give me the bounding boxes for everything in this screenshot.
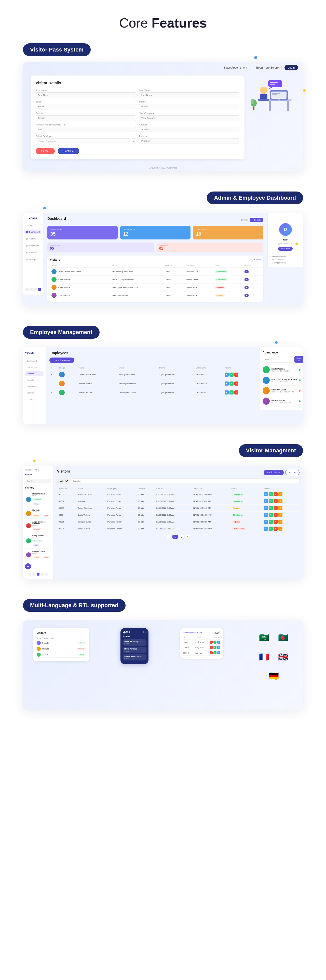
rtl-view-btn[interactable]: 👁 xyxy=(217,646,220,649)
sidebar-item-reports[interactable]: Reports xyxy=(24,250,41,255)
print-btn[interactable]: ⎙ xyxy=(279,520,282,524)
page-2-btn[interactable]: 2 xyxy=(179,535,184,539)
continue-button[interactable]: Continue xyxy=(58,148,79,154)
rtl-view-btn[interactable]: 👁 xyxy=(217,651,220,654)
nav-dot[interactable] xyxy=(29,573,31,576)
export-btn[interactable]: Export xyxy=(285,470,299,475)
print-btn[interactable]: ⎙ xyxy=(279,499,282,503)
add-employee-btn[interactable]: + Add Employee xyxy=(49,358,74,363)
nav-icon-4[interactable] xyxy=(38,288,41,291)
delete-btn[interactable]: ✕ xyxy=(274,506,278,510)
address-input[interactable] xyxy=(139,127,239,132)
view-btn[interactable]: 👁 xyxy=(264,527,268,531)
filter-select[interactable]: All xyxy=(57,479,69,484)
edit-btn[interactable]: ✎ xyxy=(269,492,273,496)
first-name-input[interactable] xyxy=(36,92,136,98)
employee-select[interactable]: Select Employee xyxy=(36,138,136,144)
view-btn[interactable]: ● xyxy=(225,372,229,377)
sidebar-item-visitors[interactable]: Visitors xyxy=(24,236,41,241)
rtl-edit-btn[interactable]: ✎ xyxy=(214,641,217,644)
edit-btn[interactable]: ✎ xyxy=(269,513,273,517)
nav-icon-2[interactable] xyxy=(30,288,33,291)
action-btn[interactable]: ● xyxy=(245,286,248,289)
cancel-button[interactable]: Cancel xyxy=(36,148,55,154)
been-here-btn[interactable]: Been Here Before xyxy=(253,65,282,70)
delete-btn[interactable]: ✕ xyxy=(274,527,278,531)
have-appointment-btn[interactable]: Have Appointment xyxy=(221,65,250,70)
emp-sidebar-employees[interactable]: Employees xyxy=(25,365,44,370)
sidebar-item-settings[interactable]: Settings xyxy=(24,257,41,262)
print-btn[interactable]: ⎙ xyxy=(279,513,282,517)
rtl-edit-btn[interactable]: ✎ xyxy=(214,646,217,649)
view-btn[interactable]: ● xyxy=(225,390,229,395)
add-visitor-btn[interactable]: + Add Visitor xyxy=(264,470,284,475)
print-btn[interactable]: ⎙ xyxy=(279,506,282,510)
rtl-edit-btn[interactable]: ✎ xyxy=(214,651,217,654)
view-btn[interactable]: 👁 xyxy=(264,506,268,510)
view-btn[interactable]: 👁 xyxy=(264,492,268,496)
view-profile-btn[interactable]: View Profile xyxy=(278,247,293,251)
purpose-input[interactable] xyxy=(139,138,239,144)
nav-dot[interactable] xyxy=(41,573,44,576)
attendance-clock-in[interactable]: Clock In xyxy=(294,356,303,363)
nav-dot-active[interactable] xyxy=(37,573,40,576)
add-visitor-fab[interactable]: + xyxy=(25,563,31,570)
next-page-btn[interactable]: › xyxy=(185,535,190,539)
email-input[interactable] xyxy=(36,104,136,110)
company-input[interactable] xyxy=(139,115,239,121)
emp-sidebar-logout[interactable]: Logout xyxy=(25,397,44,402)
phone-input[interactable] xyxy=(139,104,239,110)
rtl-del-btn[interactable]: ✕ xyxy=(210,641,213,644)
edit-btn[interactable]: ✎ xyxy=(269,527,273,531)
rtl-del-btn[interactable]: ✕ xyxy=(210,651,213,654)
page-1-btn[interactable]: 1 xyxy=(172,535,178,539)
edit-btn[interactable]: ✎ xyxy=(229,372,234,377)
attendance-search-input[interactable] xyxy=(263,356,293,363)
gender-input[interactable] xyxy=(36,115,136,121)
action-btn[interactable]: ● xyxy=(245,278,248,281)
action-btn[interactable]: ● xyxy=(245,270,248,273)
vm-search-input[interactable] xyxy=(71,479,299,484)
view-btn[interactable]: 👁 xyxy=(264,513,268,517)
nav-icon-1[interactable] xyxy=(25,288,28,291)
sidebar-item-employees[interactable]: Employees xyxy=(24,243,41,248)
edit-btn[interactable]: ✎ xyxy=(269,499,273,503)
delete-btn[interactable]: ✕ xyxy=(234,390,238,395)
sidebar-item-dashboard[interactable]: Dashboard xyxy=(24,229,41,234)
nav-icon-3[interactable] xyxy=(33,288,37,291)
delete-btn[interactable]: ✕ xyxy=(274,513,278,517)
action-btn[interactable]: ● xyxy=(245,294,248,297)
rtl-view-btn[interactable]: 👁 xyxy=(217,641,220,644)
print-btn[interactable]: ⎙ xyxy=(279,527,282,531)
delete-btn[interactable]: ✕ xyxy=(274,499,278,503)
status-badge: Checked In xyxy=(215,270,228,273)
emp-sidebar-reports[interactable]: Reports xyxy=(25,378,44,382)
emp-sidebar-attendance[interactable]: Attendance xyxy=(25,384,44,389)
nav-dot[interactable] xyxy=(33,573,35,576)
view-all-link[interactable]: View All xyxy=(253,258,261,261)
prev-page-btn[interactable]: ‹ xyxy=(166,535,171,539)
edit-btn[interactable]: ✎ xyxy=(269,520,273,524)
login-btn[interactable]: Login xyxy=(285,65,298,70)
rtl-del-btn[interactable]: ✕ xyxy=(210,646,213,649)
vm-search[interactable]: Search... xyxy=(25,479,51,483)
edit-btn[interactable]: ✎ xyxy=(229,382,234,386)
edit-btn[interactable]: ✎ xyxy=(229,390,234,395)
last-name-input[interactable] xyxy=(139,92,239,98)
table-row: Maria Martinez m.a.123145@email.com 0000… xyxy=(50,276,261,283)
print-btn[interactable]: ⎙ xyxy=(279,492,282,496)
emp-sidebar-settings[interactable]: Settings xyxy=(25,390,44,395)
view-btn[interactable]: 👁 xyxy=(264,499,268,503)
emp-sidebar-visitors[interactable]: Visitors xyxy=(25,371,44,376)
delete-btn[interactable]: ✕ xyxy=(274,492,278,496)
delete-btn[interactable]: ✕ xyxy=(234,382,238,386)
view-btn[interactable]: ● xyxy=(225,382,229,386)
delete-btn[interactable]: ✕ xyxy=(274,520,278,524)
delete-btn[interactable]: ✕ xyxy=(234,372,238,377)
clock-in-btn[interactable]: ●Clock In xyxy=(250,218,263,222)
nav-dot[interactable] xyxy=(45,573,47,576)
emp-sidebar-dashboard[interactable]: Dashboard xyxy=(25,358,44,363)
view-btn[interactable]: 👁 xyxy=(264,520,268,524)
edit-btn[interactable]: ✎ xyxy=(269,506,273,510)
nid-input[interactable] xyxy=(36,127,136,132)
